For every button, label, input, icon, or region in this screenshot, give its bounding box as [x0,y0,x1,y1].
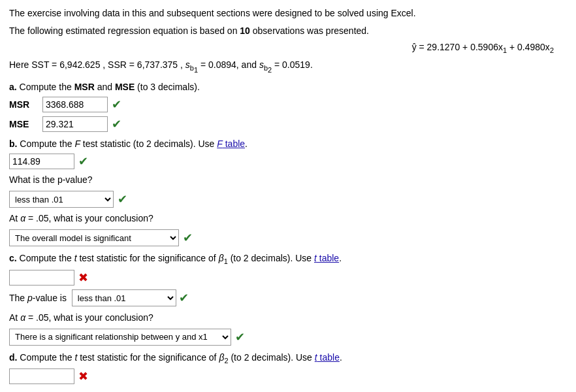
part-b-label: b. Compute the F test statistic (to 2 de… [9,137,567,151]
mse-input[interactable] [42,116,108,132]
equation-row: ŷ = 29.1270 + 0.5906x1 + 0.4980x2 [9,42,567,54]
conclusion-c-row: There is a significant relationship betw… [9,329,567,346]
beta1-sym: β [219,253,224,263]
intro-line1: The exercise involving data in this and … [9,7,567,20]
msr-row: MSR ✔ [9,97,567,112]
t-c-cross-icon: ✖ [78,270,88,285]
t-c-table-link[interactable]: t table [314,253,339,263]
msr-label: MSR [9,99,39,110]
pvalue-c-prefix-row: The p-value is less than .01 between .01… [9,289,567,307]
part-c-label: c. Compute the t test statistic for the … [9,252,567,267]
regression-equation: ŷ = 29.1270 + 0.5906x1 + 0.4980x2 [412,42,554,54]
f-stat-input[interactable] [9,154,74,169]
msr-label-text: MSR [74,82,95,92]
intro-text2: The following estimated regression equat… [9,25,237,36]
pvalue-c-prefix: The p-value is [9,293,67,303]
t-c-italic: t [74,253,77,263]
pvalue-b-label: What is the p-value? [9,173,567,187]
f-table-link[interactable]: F table [217,139,245,149]
t-d-stat-input[interactable] [9,368,74,384]
f-stat-row: ✔ [9,154,567,169]
pvalue-c-check-icon: ✔ [179,289,189,307]
conclusion-b-select[interactable]: The overall model is significant The ove… [9,229,179,246]
conclusion-c-prompt: At α = .05, what is your conclusion? [9,311,567,325]
conclusion-b-row: The overall model is significant The ove… [9,229,567,246]
msr-input[interactable] [42,97,108,112]
p-c-italic: p [27,293,33,303]
pvalue-b-row: less than .01 between .01 and .025 betwe… [9,191,567,208]
alpha-c-sym: α [20,312,25,323]
obs-count: 10 [240,25,250,36]
pvalue-c-select[interactable]: less than .01 between .01 and .025 betwe… [72,289,176,306]
t-c-stat-input[interactable] [9,270,74,286]
f-stat-check-icon: ✔ [78,154,88,169]
t-d-italic: t [74,352,77,363]
alpha-b-sym: α [20,213,25,223]
conclusion-c-select[interactable]: There is a significant relationship betw… [9,329,231,346]
mse-label: MSE [9,119,39,129]
part-d-letter: d. [9,352,17,363]
t-c-stat-row: ✖ [9,270,567,286]
mse-row: MSE ✔ [9,116,567,132]
part-a-label: a. Compute the MSR and MSE (to 3 decimal… [9,80,567,94]
mse-check-icon: ✔ [112,117,121,131]
pvalue-b-check-icon: ✔ [118,192,127,206]
intro-line2: The following estimated regression equat… [9,24,567,38]
part-c-letter: c. [9,253,17,263]
msr-check-icon: ✔ [112,97,121,112]
pvalue-b-select[interactable]: less than .01 between .01 and .025 betwe… [9,191,114,208]
conclusion-b-prompt: At α = .05, what is your conclusion? [9,212,567,225]
pvalue-b-text: What is the p-value? [9,174,93,185]
intro-text3: observations was presented. [253,25,369,36]
t-d-cross-icon: ✖ [78,369,88,384]
mse-label-text: MSE [115,82,135,92]
conclusion-b-check-icon: ✔ [183,231,193,245]
intro-text1: The exercise involving data in this and … [9,8,416,18]
t-d-table-link[interactable]: t table [315,352,340,363]
t-d-stat-row: ✖ [9,368,567,384]
given-values: Here SST = 6,942.625 , SSR = 6,737.375 ,… [9,58,567,75]
part-a-letter: a. [9,82,17,92]
part-d-label: d. Compute the t test statistic for the … [9,351,567,366]
conclusion-c-check-icon: ✔ [235,330,245,344]
part-b-letter: b. [9,139,17,149]
f-italic: F [74,139,80,149]
